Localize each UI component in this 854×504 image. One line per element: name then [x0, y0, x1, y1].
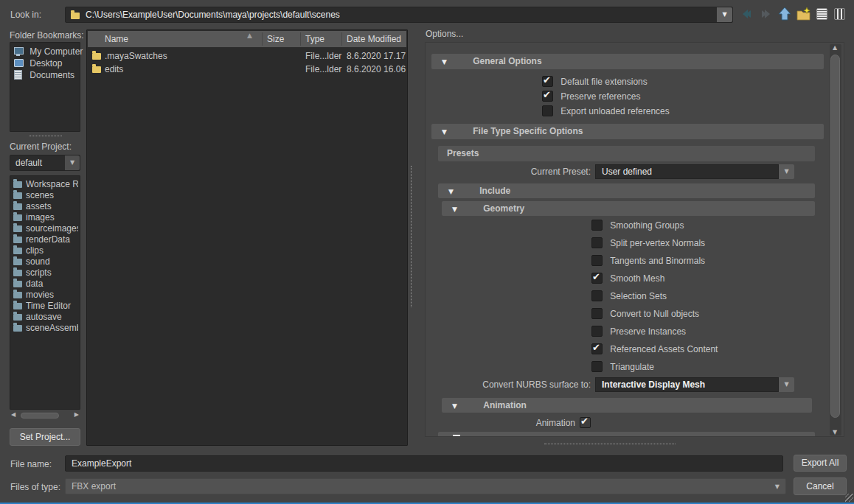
column-header-type[interactable]: Type	[305, 31, 324, 47]
options-vertical-scrollbar[interactable]: ▲ ▼	[830, 44, 841, 435]
folder-icon	[13, 292, 22, 298]
scroll-right-arrow[interactable]: ▶	[74, 411, 79, 418]
convert-nurbs-value: Interactive Display Mesh	[602, 379, 705, 390]
computer-icon	[14, 47, 24, 55]
maya-export-dialog: Look in: C:\Users\ExampleUser\Documents\…	[0, 0, 854, 504]
file-name-input[interactable]	[65, 455, 783, 472]
tree-item-sourceimages[interactable]: sourceimages	[13, 223, 78, 234]
section-header-geometry[interactable]: ▼ Geometry	[442, 201, 815, 216]
convert-nurbs-dropdown-arrow[interactable]: ▼	[779, 377, 794, 392]
bookmark-item-documents[interactable]: Documents	[14, 69, 74, 81]
list-view-icon[interactable]	[816, 8, 827, 22]
presets-frame-header[interactable]: Presets	[438, 146, 815, 161]
scroll-thumb[interactable]	[21, 413, 59, 419]
preserve-references-checkbox[interactable]	[542, 91, 553, 102]
tree-item-sound[interactable]: sound	[13, 256, 78, 267]
tree-horizontal-scrollbar[interactable]: ◀ ▶	[10, 411, 80, 420]
tree-item-sceneassembly[interactable]: sceneAssembly	[13, 323, 78, 334]
checkbox-row-split-per-vertex-normals: Split per-vertex Normals	[591, 237, 705, 248]
tree-item-renderdata[interactable]: renderData	[13, 234, 78, 245]
convert-to-null-objects-checkbox[interactable]	[591, 308, 603, 319]
details-view-icon[interactable]	[834, 8, 845, 22]
column-divider[interactable]	[300, 32, 301, 46]
file-date: 8.6.2020 16.06	[347, 63, 406, 76]
folder-icon	[13, 181, 22, 188]
default-file-extensions-checkbox[interactable]	[542, 76, 553, 87]
chevron-down-icon: ▼	[442, 58, 447, 66]
tree-item-workspace-root[interactable]: Workspace Root	[13, 179, 78, 190]
referenced-assets-content-checkbox[interactable]	[591, 343, 603, 354]
column-divider[interactable]	[341, 32, 342, 46]
project-select[interactable]: default ▼	[10, 155, 80, 171]
bookmark-label: Desktop	[29, 58, 62, 69]
project-select-arrow[interactable]: ▼	[65, 155, 80, 170]
documents-icon	[14, 70, 22, 80]
chevron-down-icon: ▼	[452, 206, 457, 213]
tree-item-assets[interactable]: assets	[13, 201, 78, 212]
current-preset-dropdown-arrow[interactable]: ▼	[779, 164, 794, 179]
folder-up-icon[interactable]	[777, 7, 792, 21]
bookmark-forward-icon[interactable]	[759, 7, 772, 21]
scroll-left-arrow[interactable]: ◀	[11, 411, 15, 418]
sort-indicator-icon[interactable]: ▲	[247, 32, 252, 39]
bookmark-item-desktop[interactable]: Desktop	[14, 57, 62, 69]
tree-item-autosave[interactable]: autosave	[13, 312, 78, 323]
section-header-include[interactable]: ▼ Include	[438, 183, 815, 198]
project-select-value: default	[15, 158, 42, 168]
new-folder-icon[interactable]	[796, 7, 812, 21]
set-project-button[interactable]: Set Project...	[10, 428, 80, 446]
bookmark-item-my-computer[interactable]: My Computer	[14, 46, 83, 57]
tangents-and-binormals-checkbox[interactable]	[591, 255, 603, 266]
triangulate-checkbox[interactable]	[591, 361, 603, 372]
animation-checkbox[interactable]	[580, 417, 591, 428]
checkbox-label: Selection Sets	[610, 291, 667, 301]
tree-label: Workspace Root	[26, 179, 78, 189]
current-preset-select[interactable]: User defined	[595, 164, 779, 179]
scroll-down-arrow[interactable]: ▼	[833, 429, 837, 435]
selection-sets-checkbox[interactable]	[591, 290, 603, 301]
options-splitter-handle[interactable]	[544, 444, 676, 444]
current-project-label: Current Project:	[10, 141, 72, 152]
section-header-general-options[interactable]: ▼ General Options	[431, 54, 824, 69]
files-of-type-select[interactable]: FBX export ▼	[65, 478, 786, 494]
checkbox-row-tangents-and-binormals: Tangents and Binormals	[591, 254, 705, 266]
section-header-file-type-specific-options[interactable]: ▼ File Type Specific Options	[431, 124, 824, 139]
preserve-instances-checkbox[interactable]	[591, 326, 603, 337]
export-all-button[interactable]: Export All	[794, 455, 847, 472]
tree-item-scripts[interactable]: scripts	[13, 267, 78, 279]
column-header-name[interactable]: Name	[105, 31, 128, 47]
scroll-up-arrow[interactable]: ▲	[833, 44, 837, 51]
tree-item-data[interactable]: data	[13, 279, 78, 290]
panel-splitter-handle[interactable]	[411, 166, 412, 307]
file-row-edits[interactable]: edits File...lder 8.6.2020 16.06	[88, 63, 406, 76]
path-combobox[interactable]: C:\Users\ExampleUser\Documents\maya\proj…	[65, 7, 733, 23]
column-header-size[interactable]: Size	[267, 31, 284, 47]
convert-nurbs-select[interactable]: Interactive Display Mesh	[595, 377, 779, 392]
tree-item-movies[interactable]: movies	[13, 290, 78, 301]
folder-icon	[13, 303, 22, 309]
resize-grip[interactable]	[845, 494, 853, 502]
tree-item-time-editor[interactable]: Time Editor	[13, 301, 78, 312]
tree-label: renderData	[26, 234, 70, 245]
tree-label: sound	[26, 256, 50, 267]
sidebar-splitter-handle[interactable]	[29, 136, 62, 136]
smoothing-groups-checkbox[interactable]	[591, 220, 603, 231]
scroll-thumb[interactable]	[830, 55, 840, 418]
details-view-glyph	[834, 8, 845, 20]
column-divider[interactable]	[262, 32, 263, 46]
cancel-button[interactable]: Cancel	[794, 477, 847, 495]
split-per-vertex-normals-checkbox[interactable]	[591, 237, 603, 248]
file-row-mayaswatches[interactable]: .mayaSwatches File...lder 8.6.2020 17.17	[88, 49, 406, 63]
tree-item-clips[interactable]: clips	[13, 245, 78, 256]
folder-icon	[92, 66, 101, 73]
column-header-date-modified[interactable]: Date Modified	[347, 31, 401, 47]
bookmark-back-icon[interactable]	[740, 7, 754, 21]
tree-item-scenes[interactable]: scenes	[13, 190, 78, 201]
section-title: Include	[479, 186, 510, 196]
export-unloaded-references-checkbox[interactable]	[542, 105, 553, 116]
tree-item-images[interactable]: images	[13, 212, 78, 223]
path-dropdown-arrow[interactable]: ▼	[717, 7, 732, 22]
section-header-animation[interactable]: ▼ Animation	[442, 398, 812, 413]
smooth-mesh-checkbox[interactable]	[591, 273, 603, 284]
clipped-section-header[interactable]	[438, 432, 815, 437]
